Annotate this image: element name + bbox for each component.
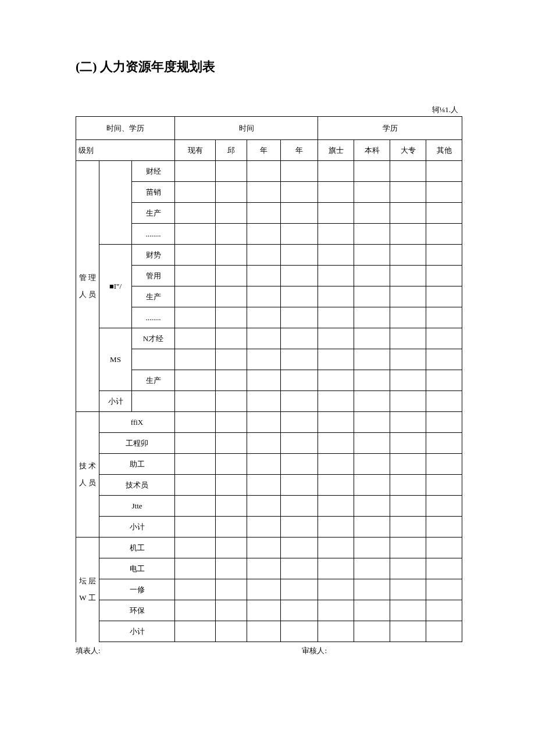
row-label: ........ xyxy=(132,224,175,245)
data-cell xyxy=(175,600,216,621)
data-cell xyxy=(175,203,216,224)
data-cell xyxy=(354,558,390,579)
data-cell xyxy=(281,224,318,245)
data-cell xyxy=(390,496,426,517)
data-cell xyxy=(426,349,462,370)
data-cell xyxy=(216,203,247,224)
data-cell xyxy=(390,370,426,391)
header-level: 级别 xyxy=(76,140,175,161)
data-cell xyxy=(247,161,281,182)
data-cell xyxy=(390,182,426,203)
data-cell xyxy=(354,433,390,454)
data-cell xyxy=(281,307,318,328)
data-cell xyxy=(175,579,216,600)
data-cell xyxy=(318,203,354,224)
row-label: 生产 xyxy=(132,203,175,224)
table-row: 技术员 xyxy=(76,475,462,496)
row-label: ffiX xyxy=(99,412,175,433)
data-cell xyxy=(247,579,281,600)
data-cell xyxy=(318,266,354,286)
data-cell xyxy=(426,245,462,266)
data-cell xyxy=(247,538,281,558)
data-cell xyxy=(426,370,462,391)
table-row: 一修 xyxy=(76,579,462,600)
data-cell xyxy=(216,558,247,579)
table-row: 苗销 xyxy=(76,182,462,203)
data-cell xyxy=(426,307,462,328)
header-row-2: 级别 现有 邱 年 年 旗士 本科 大专 其他 xyxy=(76,140,462,161)
data-cell xyxy=(175,161,216,182)
data-cell xyxy=(247,349,281,370)
data-cell xyxy=(426,433,462,454)
data-cell xyxy=(247,286,281,307)
col-master: 旗士 xyxy=(318,140,354,161)
data-cell xyxy=(216,161,247,182)
row-label: 助工 xyxy=(99,454,175,475)
data-cell xyxy=(281,328,318,349)
data-cell xyxy=(247,224,281,245)
col-current: 现有 xyxy=(175,140,216,161)
table-row: 助工 xyxy=(76,454,462,475)
data-cell xyxy=(216,391,247,412)
row-label: N才经 xyxy=(132,328,175,349)
data-cell xyxy=(281,496,318,517)
table-row: Jtte xyxy=(76,496,462,517)
data-cell xyxy=(390,475,426,496)
data-cell xyxy=(247,496,281,517)
data-cell xyxy=(390,349,426,370)
data-cell xyxy=(318,433,354,454)
data-cell xyxy=(354,307,390,328)
data-cell xyxy=(216,307,247,328)
data-cell xyxy=(390,538,426,558)
data-cell xyxy=(390,454,426,475)
data-cell xyxy=(426,558,462,579)
planning-table: 时间、学历 时间 学历 级别 现有 邱 年 年 旗士 本科 大专 其他 管 理 … xyxy=(76,116,462,642)
data-cell xyxy=(426,182,462,203)
data-cell xyxy=(390,391,426,412)
data-cell xyxy=(426,224,462,245)
data-cell xyxy=(354,496,390,517)
data-cell xyxy=(281,349,318,370)
row-label: 生产 xyxy=(132,370,175,391)
data-cell xyxy=(216,245,247,266)
data-cell xyxy=(354,454,390,475)
data-cell xyxy=(247,203,281,224)
header-edu-group: 学历 xyxy=(318,117,462,140)
data-cell xyxy=(216,475,247,496)
data-cell xyxy=(318,328,354,349)
data-cell xyxy=(426,286,462,307)
data-cell xyxy=(318,600,354,621)
data-cell xyxy=(318,286,354,307)
data-cell xyxy=(426,391,462,412)
data-cell xyxy=(281,245,318,266)
data-cell xyxy=(175,517,216,538)
row-label: 一修 xyxy=(99,579,175,600)
row-label: ........ xyxy=(132,307,175,328)
data-cell xyxy=(175,412,216,433)
row-label: 小计 xyxy=(99,621,175,642)
data-cell xyxy=(216,579,247,600)
table-row: 坛 层 W 工 机工 xyxy=(76,538,462,558)
data-cell xyxy=(390,203,426,224)
data-cell xyxy=(247,182,281,203)
data-cell xyxy=(175,349,216,370)
data-cell xyxy=(318,245,354,266)
group3-label: 坛 层 W 工 xyxy=(76,538,99,642)
data-cell xyxy=(426,496,462,517)
row-label: 苗销 xyxy=(132,182,175,203)
table-row xyxy=(76,349,462,370)
data-cell xyxy=(354,182,390,203)
data-cell xyxy=(247,370,281,391)
data-cell xyxy=(390,517,426,538)
data-cell xyxy=(281,454,318,475)
data-cell xyxy=(426,517,462,538)
data-cell xyxy=(390,621,426,642)
group1-sub1-label xyxy=(99,161,132,245)
data-cell xyxy=(426,621,462,642)
data-cell xyxy=(318,475,354,496)
data-cell xyxy=(175,328,216,349)
data-cell xyxy=(175,391,216,412)
data-cell xyxy=(216,286,247,307)
data-cell xyxy=(281,538,318,558)
data-cell xyxy=(318,370,354,391)
